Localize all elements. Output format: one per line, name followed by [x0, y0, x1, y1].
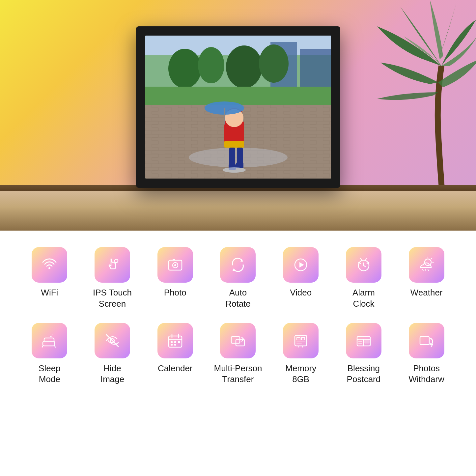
svg-marker-31 [299, 262, 304, 267]
feature-weather: Weather [397, 247, 456, 310]
feature-memory: Memory8GB [271, 323, 331, 385]
svg-rect-54 [295, 335, 307, 346]
svg-point-5 [198, 47, 224, 83]
svg-text:z: z [52, 333, 53, 336]
svg-rect-13 [224, 141, 244, 148]
feature-blessing-postcard: BlessingPostcard [334, 323, 394, 385]
feature-alarm-clock: AlarmClock [334, 247, 394, 310]
sleep-mode-label: SleepMode [39, 363, 61, 385]
blessing-postcard-label: BlessingPostcard [347, 363, 381, 385]
multi-transfer-icon-wrap [220, 323, 256, 358]
feature-multi-transfer: Multi-PersonTransfer [208, 323, 268, 385]
svg-rect-51 [174, 344, 176, 346]
feature-auto-rotate: AutoRotate [208, 247, 268, 310]
feature-wifi: WiFi [20, 247, 79, 310]
hero-section [0, 0, 476, 231]
svg-point-23 [115, 259, 118, 263]
svg-marker-29 [233, 268, 235, 271]
feature-photos-withdraw: PhotosWithdarw [397, 323, 456, 385]
features-section: WiFi IPS TouchScreen [0, 231, 476, 415]
photo-label: Photo [164, 287, 186, 298]
page-container: WiFi IPS TouchScreen [0, 0, 476, 415]
svg-line-35 [431, 258, 432, 259]
svg-rect-3 [300, 49, 331, 88]
auto-rotate-icon-wrap [220, 247, 256, 283]
weather-label: Weather [410, 287, 443, 298]
svg-rect-11 [145, 87, 331, 105]
svg-rect-49 [178, 341, 180, 343]
feature-ips-touch: IPS TouchScreen [83, 247, 142, 310]
svg-line-39 [55, 346, 55, 347]
hide-image-label: HideImage [100, 363, 124, 385]
wifi-icon-wrap [32, 247, 67, 283]
features-row-1: WiFi IPS TouchScreen [20, 247, 456, 310]
svg-point-7 [259, 44, 289, 83]
features-row-2: z z SleepMode HideImage [20, 323, 456, 385]
auto-rotate-label: AutoRotate [225, 287, 251, 310]
memory-icon-wrap [283, 323, 319, 358]
feature-video: Video [271, 247, 331, 310]
photo-icon-wrap [157, 247, 193, 283]
palm-plant [351, 0, 476, 204]
feature-sleep-mode: z z SleepMode [20, 323, 79, 385]
hide-image-icon-wrap [95, 323, 130, 358]
svg-rect-55 [297, 337, 300, 340]
svg-point-33 [425, 259, 431, 266]
svg-rect-67 [420, 337, 429, 345]
calender-icon-wrap [157, 323, 193, 358]
video-label: Video [290, 287, 312, 298]
svg-rect-50 [171, 344, 173, 346]
svg-point-26 [174, 264, 176, 266]
feature-hide-image: HideImage [83, 323, 142, 385]
weather-icon-wrap [409, 247, 444, 283]
svg-rect-48 [174, 341, 176, 343]
feature-photo: Photo [145, 247, 205, 310]
wifi-label: WiFi [41, 287, 58, 298]
video-icon-wrap [283, 247, 319, 283]
calender-label: Calender [158, 363, 193, 374]
svg-rect-27 [173, 259, 175, 261]
svg-rect-66 [365, 340, 369, 343]
alarm-clock-icon-wrap [346, 247, 381, 283]
alarm-clock-label: AlarmClock [352, 287, 375, 310]
ips-touch-label: IPS TouchScreen [93, 287, 132, 310]
multi-transfer-label: Multi-PersonTransfer [214, 363, 262, 385]
shelf-surface [0, 191, 476, 231]
svg-line-38 [42, 346, 43, 347]
svg-rect-37 [43, 341, 55, 346]
svg-point-6 [226, 45, 262, 88]
svg-point-4 [168, 49, 201, 88]
ips-touch-icon-wrap [95, 247, 130, 283]
svg-point-20 [223, 167, 246, 173]
svg-rect-56 [301, 337, 305, 340]
photos-withdraw-icon-wrap [409, 323, 444, 358]
frame-screen [145, 36, 331, 179]
digital-photo-frame [136, 26, 340, 188]
svg-rect-47 [171, 341, 173, 343]
photos-withdraw-label: PhotosWithdarw [408, 363, 444, 385]
blessing-postcard-icon-wrap [346, 323, 381, 358]
sleep-mode-icon-wrap: z z [32, 323, 67, 358]
memory-label: Memory8GB [285, 363, 316, 385]
feature-calender: Calender [145, 323, 205, 385]
